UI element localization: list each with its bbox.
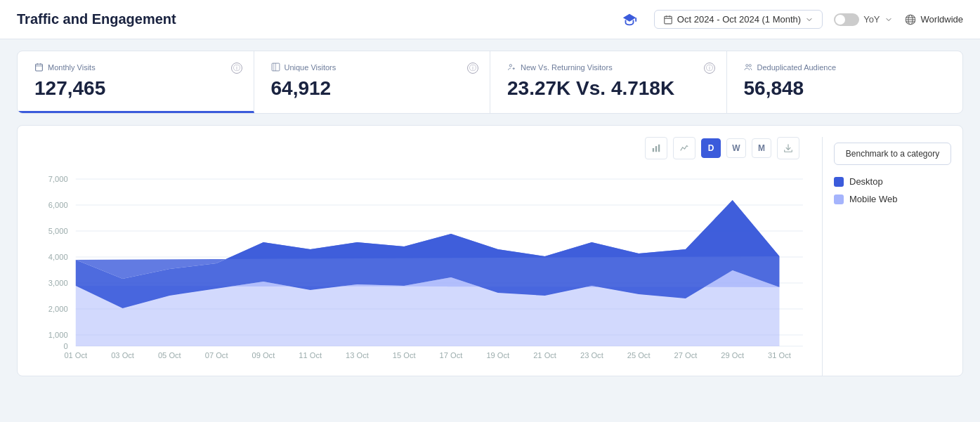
new-vs-returning-label: New Vs. Returning Visitors xyxy=(507,62,710,72)
svg-point-20 xyxy=(745,65,747,67)
svg-text:7,000: 7,000 xyxy=(48,176,68,183)
legend-desktop: Desktop xyxy=(834,176,951,187)
deduplicated-audience-value: 56,848 xyxy=(744,77,946,100)
deduplicated-audience-label: Deduplicated Audience xyxy=(744,62,946,72)
yoy-label: YoY xyxy=(863,14,880,25)
svg-rect-22 xyxy=(653,148,654,152)
mobile-web-legend-label: Mobile Web xyxy=(849,194,897,204)
new-vs-returning-value: 23.27K Vs. 4.718K xyxy=(507,77,710,100)
yoy-toggle-container: YoY xyxy=(834,13,892,26)
svg-point-21 xyxy=(749,65,751,67)
calendar-small-icon xyxy=(34,62,44,72)
svg-text:19 Oct: 19 Oct xyxy=(486,352,509,360)
svg-text:13 Oct: 13 Oct xyxy=(346,352,369,360)
page-title: Traffic and Engagement xyxy=(17,11,616,27)
svg-point-17 xyxy=(509,65,511,67)
yoy-toggle[interactable] xyxy=(834,13,859,26)
metric-unique-visitors[interactable]: Unique Visitors 64,912 ⓘ xyxy=(254,51,491,113)
chevron-down-icon xyxy=(805,15,814,24)
bar-chart-icon xyxy=(651,143,661,153)
line-chart-icon xyxy=(679,143,689,153)
graduation-icon-button[interactable] xyxy=(616,9,643,30)
globe-icon xyxy=(904,13,917,26)
monthly-visits-info[interactable]: ⓘ xyxy=(231,62,242,74)
period-month-button[interactable]: M xyxy=(752,138,771,158)
svg-text:09 Oct: 09 Oct xyxy=(252,352,275,360)
svg-text:21 Oct: 21 Oct xyxy=(533,352,556,360)
graduation-icon xyxy=(622,12,637,27)
svg-rect-10 xyxy=(36,64,43,71)
worldwide-label: Worldwide xyxy=(921,14,963,25)
metric-deduplicated-audience[interactable]: Deduplicated Audience 56,848 xyxy=(727,51,963,113)
svg-text:15 Oct: 15 Oct xyxy=(393,352,416,360)
area-chart: 7,000 6,000 5,000 4,000 3,000 2,000 1,00… xyxy=(29,165,811,362)
chart-section: D W M xyxy=(17,125,963,376)
svg-text:6,000: 6,000 xyxy=(48,202,68,209)
svg-text:01 Oct: 01 Oct xyxy=(64,352,87,360)
svg-rect-24 xyxy=(658,145,660,152)
new-vs-returning-info[interactable]: ⓘ xyxy=(704,62,715,74)
svg-text:25 Oct: 25 Oct xyxy=(627,352,651,360)
chart-area: D W M xyxy=(18,137,822,376)
chart-toolbar: D W M xyxy=(29,137,811,165)
mobile-web-color-swatch xyxy=(834,194,844,204)
main-content: Monthly Visits 127,465 ⓘ Unique Visitors… xyxy=(0,39,980,388)
svg-text:5,000: 5,000 xyxy=(48,228,68,235)
bar-chart-button[interactable] xyxy=(645,137,667,159)
svg-text:2,000: 2,000 xyxy=(48,305,68,313)
chart-right-panel: Benchmark to a category Desktop Mobile W… xyxy=(822,137,962,376)
svg-text:3,000: 3,000 xyxy=(48,279,68,287)
svg-rect-23 xyxy=(655,146,657,152)
worldwide-button[interactable]: Worldwide xyxy=(904,13,963,26)
metric-new-vs-returning[interactable]: New Vs. Returning Visitors 23.27K Vs. 4.… xyxy=(490,51,727,113)
download-icon xyxy=(783,143,793,153)
svg-rect-1 xyxy=(665,16,672,23)
period-week-button[interactable]: W xyxy=(726,138,746,158)
legend-mobile-web: Mobile Web xyxy=(834,194,951,204)
page-header: Traffic and Engagement Oct 2024 - Oct 20… xyxy=(0,0,980,39)
date-range-label: Oct 2024 - Oct 2024 (1 Month) xyxy=(677,14,801,25)
svg-text:4,000: 4,000 xyxy=(48,253,68,261)
svg-text:0: 0 xyxy=(63,343,67,350)
svg-text:31 Oct: 31 Oct xyxy=(768,352,791,360)
svg-text:29 Oct: 29 Oct xyxy=(721,352,744,360)
person-icon xyxy=(271,62,280,72)
yoy-chevron-icon xyxy=(884,15,893,24)
metrics-row: Monthly Visits 127,465 ⓘ Unique Visitors… xyxy=(17,51,963,114)
monthly-visits-label: Monthly Visits xyxy=(34,62,237,72)
download-button[interactable] xyxy=(777,137,799,159)
unique-visitors-value: 64,912 xyxy=(271,77,473,100)
toggle-knob xyxy=(835,15,845,25)
calendar-icon xyxy=(663,15,673,25)
benchmark-button[interactable]: Benchmark to a category xyxy=(834,143,951,165)
svg-text:23 Oct: 23 Oct xyxy=(580,352,603,360)
header-controls: Oct 2024 - Oct 2024 (1 Month) YoY Worldw xyxy=(616,9,963,30)
desktop-color-swatch xyxy=(834,177,844,187)
svg-text:27 Oct: 27 Oct xyxy=(674,352,698,360)
period-day-button[interactable]: D xyxy=(701,138,721,158)
svg-text:1,000: 1,000 xyxy=(48,331,68,339)
svg-text:07 Oct: 07 Oct xyxy=(205,352,228,360)
monthly-visits-value: 127,465 xyxy=(34,77,237,100)
metric-monthly-visits[interactable]: Monthly Visits 127,465 ⓘ xyxy=(18,51,254,113)
svg-text:11 Oct: 11 Oct xyxy=(299,352,322,360)
persons-icon xyxy=(744,62,753,72)
unique-visitors-label: Unique Visitors xyxy=(271,62,473,72)
desktop-legend-label: Desktop xyxy=(849,176,883,187)
svg-text:05 Oct: 05 Oct xyxy=(158,352,181,360)
date-range-button[interactable]: Oct 2024 - Oct 2024 (1 Month) xyxy=(654,10,823,29)
person-plus-icon xyxy=(507,62,516,72)
svg-text:03 Oct: 03 Oct xyxy=(111,352,134,360)
unique-visitors-info[interactable]: ⓘ xyxy=(467,62,478,74)
line-chart-button[interactable] xyxy=(673,137,695,159)
svg-text:17 Oct: 17 Oct xyxy=(440,352,463,360)
